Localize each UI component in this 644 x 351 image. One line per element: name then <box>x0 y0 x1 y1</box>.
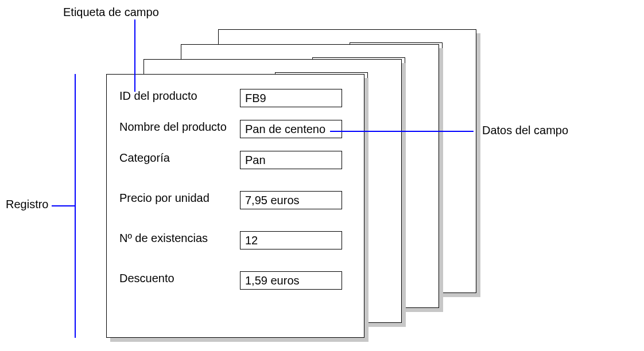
field-value-descuento: 1,59 euros <box>240 271 342 290</box>
field-value-nombre: Pan de centeno <box>240 120 342 138</box>
field-label-id: ID del producto <box>119 89 240 103</box>
annotation-line-record-v <box>75 74 76 338</box>
annotation-record: Registro <box>6 198 48 211</box>
field-value-id: FB9 <box>240 89 342 107</box>
field-value-categoria: Pan <box>240 151 342 169</box>
field-value-existencias: 12 <box>240 231 342 249</box>
diagram-stage: s s s s s s s s ID del producto FB9 Nomb… <box>0 0 644 351</box>
field-label-categoria: Categoría <box>119 151 240 165</box>
field-label-existencias: Nº de existencias <box>119 231 240 245</box>
field-label-precio: Precio por unidad <box>119 191 240 205</box>
field-value-precio: 7,95 euros <box>240 191 342 209</box>
record-card-front: ID del producto FB9 Nombre del producto … <box>106 74 364 338</box>
annotation-field-label: Etiqueta de campo <box>63 6 159 19</box>
field-label-nombre: Nombre del producto <box>119 120 240 134</box>
annotation-line-field-data <box>330 131 474 132</box>
annotation-line-field-label <box>134 20 135 92</box>
field-label-descuento: Descuento <box>119 271 240 285</box>
annotation-line-record-h <box>52 205 75 206</box>
annotation-field-data: Datos del campo <box>482 124 568 137</box>
